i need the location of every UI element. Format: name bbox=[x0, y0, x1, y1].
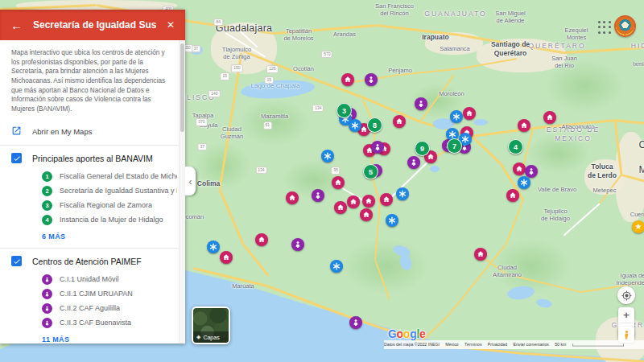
map-label: Arandas bbox=[333, 31, 356, 38]
map-label: Tepatitlán de Morelos bbox=[283, 27, 313, 43]
legend-item-label: Fiscalía Regional de Zamora bbox=[60, 201, 152, 209]
rank-badge-icon: 2 bbox=[42, 186, 52, 196]
map-marker-house[interactable] bbox=[255, 233, 268, 246]
apps-grid-icon[interactable] bbox=[597, 19, 613, 35]
map-marker-house[interactable] bbox=[334, 201, 347, 214]
panel-scrollbar[interactable] bbox=[179, 40, 185, 343]
layers-button[interactable]: ◈ Capas bbox=[192, 306, 230, 344]
map-marker-house[interactable] bbox=[347, 195, 360, 208]
legend-section-title[interactable]: Principales aportes al BANAVIM bbox=[32, 154, 153, 163]
scrollbar-thumb[interactable] bbox=[180, 43, 184, 132]
road-shield: 150 bbox=[231, 64, 242, 72]
map-marker-professional[interactable] bbox=[386, 214, 398, 227]
attribution-link[interactable]: México bbox=[445, 343, 458, 348]
map-marker-house[interactable] bbox=[286, 191, 299, 204]
map-marker-professional[interactable] bbox=[450, 110, 463, 123]
map-marker-house[interactable] bbox=[393, 115, 406, 128]
map-marker-professional[interactable] bbox=[321, 150, 334, 162]
panel-body: Mapa interactivo que ubica los centros d… bbox=[0, 40, 185, 343]
map-marker-rank[interactable]: 5 bbox=[363, 164, 378, 179]
legend-item[interactable]: C.II.3 CAF Buenavista bbox=[0, 315, 185, 330]
back-arrow-icon[interactable]: ← bbox=[10, 19, 23, 32]
legend-item[interactable]: 3Fiscalía Regional de Zamora bbox=[0, 198, 185, 212]
layer-checkbox[interactable] bbox=[11, 256, 22, 266]
map-marker-rank[interactable]: 3 bbox=[336, 103, 352, 118]
map-label: Tejupilco de Hidalgo bbox=[541, 208, 570, 223]
map-marker-house[interactable] bbox=[463, 107, 476, 120]
zoom-in-button[interactable]: + bbox=[618, 307, 634, 323]
account-avatar[interactable] bbox=[614, 15, 636, 37]
map-marker-person[interactable] bbox=[371, 141, 384, 154]
attribution-link[interactable]: Datos del mapa ©2022 INEGI bbox=[384, 343, 440, 348]
map-marker-professional[interactable] bbox=[330, 260, 343, 273]
map-label: Iguala de la Independencia bbox=[616, 272, 644, 287]
legend-item[interactable]: C.II.2 CAF Aguililla bbox=[0, 301, 185, 315]
map-label: Mazamitla bbox=[261, 113, 288, 120]
legend-item[interactable]: C.I.1 Unidad Móvil bbox=[0, 272, 185, 286]
legend-item-label: C.II.2 CAF Aguililla bbox=[60, 304, 120, 312]
attribution-bar: Datos del mapa ©2022 INEGIMéxicoTérminos… bbox=[384, 340, 644, 349]
legend-sections: Principales aportes al BANAVIM1Fiscalía … bbox=[0, 145, 185, 343]
map-marker-house[interactable] bbox=[332, 176, 345, 189]
map-marker-professional[interactable] bbox=[207, 241, 220, 253]
map-label: San Juan del Río bbox=[551, 55, 577, 70]
map-marker-house[interactable] bbox=[362, 195, 375, 208]
rank-badge-icon: 4 bbox=[42, 215, 52, 225]
legend-item-label: C.I.1 Unidad Móvil bbox=[60, 275, 119, 283]
attribution-link[interactable]: Enviar comentarios bbox=[513, 343, 549, 348]
map-marker-house[interactable] bbox=[380, 193, 393, 206]
map-marker-person[interactable] bbox=[349, 316, 362, 329]
map-marker-professional[interactable] bbox=[349, 119, 361, 132]
road-shield: 140 bbox=[208, 90, 220, 98]
attribution-link[interactable]: Términos bbox=[464, 343, 482, 348]
my-location-icon bbox=[621, 290, 632, 301]
screen: GUANAJUATOQUERÉTAROJALISCOESTADO DE MÉXI… bbox=[0, 0, 644, 362]
legend-item-label: C.II.3 CAF Buenavista bbox=[60, 319, 131, 327]
show-more-link[interactable]: 6 MÁS bbox=[0, 227, 185, 248]
rank-badge-icon: 1 bbox=[42, 171, 52, 182]
map-marker-house[interactable] bbox=[360, 208, 373, 221]
legend-section-title[interactable]: Centros de Atención PAIMEF bbox=[32, 257, 142, 266]
map-marker-person[interactable] bbox=[407, 156, 420, 169]
map-marker-rank[interactable]: 8 bbox=[367, 117, 382, 133]
map-marker-house[interactable] bbox=[474, 248, 487, 261]
google-logo[interactable]: Google bbox=[388, 327, 425, 340]
map-marker-rank[interactable]: 7 bbox=[447, 138, 462, 154]
map-marker-house[interactable] bbox=[220, 251, 233, 264]
my-location-button[interactable] bbox=[617, 286, 635, 304]
map-marker-house[interactable] bbox=[513, 162, 526, 175]
map-marker-rank[interactable]: 9 bbox=[415, 141, 430, 156]
show-more-link[interactable]: 11 MÁS bbox=[0, 330, 185, 343]
map-marker-person[interactable] bbox=[365, 73, 378, 86]
layer-checkbox[interactable] bbox=[11, 153, 22, 163]
legend-section-header: Principales aportes al BANAVIM bbox=[0, 146, 185, 169]
collapse-panel-button[interactable]: ‹ bbox=[185, 167, 196, 195]
map-label: San Francisco del Rincón bbox=[375, 2, 414, 18]
map-marker-star[interactable]: ★ bbox=[632, 220, 644, 233]
close-icon[interactable]: ✕ bbox=[167, 19, 175, 31]
google-logo-letter: e bbox=[419, 327, 426, 340]
map-marker-house[interactable] bbox=[518, 119, 530, 132]
map-label: Colima bbox=[197, 179, 220, 188]
map-marker-house[interactable] bbox=[543, 111, 556, 124]
open-in-mymaps-link[interactable]: Abrir en My Maps bbox=[0, 120, 185, 145]
attribution-link[interactable]: Privacidad bbox=[488, 343, 507, 348]
map-marker-person[interactable] bbox=[291, 238, 304, 251]
legend-item[interactable]: 4Instancia de la Mujer de Hidalgo bbox=[0, 212, 185, 227]
google-logo-letter: o bbox=[397, 327, 403, 340]
legend-item[interactable]: 1Fiscalía General del Estado de Michoacá… bbox=[0, 169, 185, 183]
legend-item[interactable]: C.II.1 CJIM URUAPAN bbox=[0, 286, 185, 301]
map-marker-person[interactable] bbox=[312, 189, 324, 202]
map-marker-person[interactable] bbox=[525, 165, 538, 178]
map-marker-professional[interactable] bbox=[518, 176, 530, 189]
map-marker-professional[interactable] bbox=[396, 187, 409, 200]
person-marker-icon bbox=[42, 318, 52, 328]
google-logo-letter: G bbox=[388, 327, 397, 340]
open-link-label: Abrir en My Maps bbox=[32, 127, 92, 136]
map-marker-rank[interactable]: 4 bbox=[508, 139, 523, 154]
legend-item[interactable]: 2Secretaría de Igualdad Sustantiva y Des… bbox=[0, 183, 185, 198]
map-marker-house[interactable] bbox=[506, 189, 519, 202]
map-marker-person[interactable] bbox=[415, 97, 427, 110]
map-label: Ixmiquilpan bbox=[633, 60, 644, 68]
map-marker-house[interactable] bbox=[341, 73, 354, 86]
